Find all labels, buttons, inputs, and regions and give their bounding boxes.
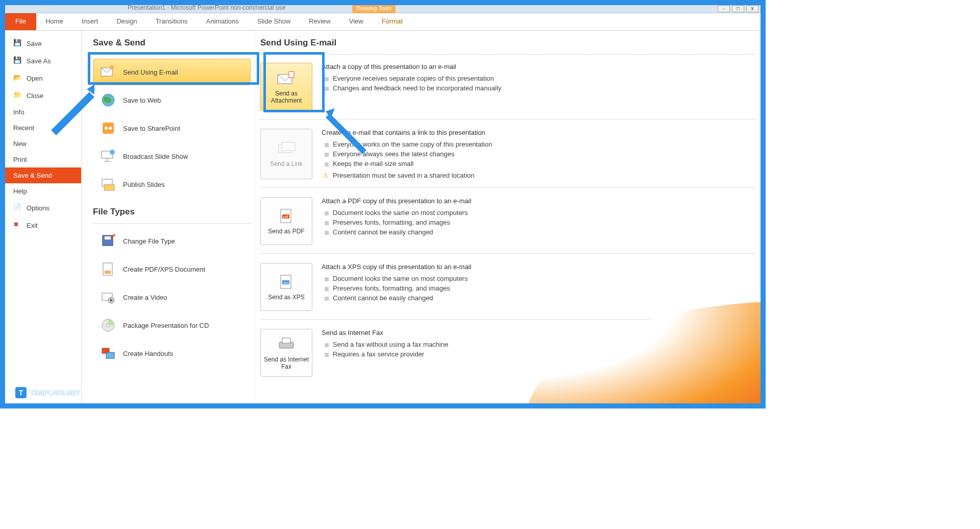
svg-rect-13: [105, 236, 111, 239]
svg-marker-37: [51, 92, 94, 135]
option-package-cd[interactable]: Package Presentation for CD: [93, 312, 251, 339]
option-save-sharepoint[interactable]: Save to SharePoint: [93, 115, 251, 141]
minimize-button[interactable]: -: [718, 5, 730, 12]
option-label: Publish Slides: [123, 181, 165, 188]
svg-rect-25: [289, 71, 294, 78]
nav-new[interactable]: New: [5, 136, 81, 152]
floppy-icon: 💾: [13, 39, 22, 48]
desc-bullet: Requires a fax service provider: [322, 349, 755, 359]
svg-rect-3: [103, 123, 114, 134]
desc-bullet: Everyone receives separate copies of thi…: [322, 74, 755, 83]
desc-headline: Send as Internet Fax: [322, 329, 755, 336]
folder-icon: 📁: [13, 91, 22, 100]
option-label: Create a Video: [123, 294, 167, 301]
tab-design[interactable]: Design: [107, 13, 146, 30]
option-label: Save to SharePoint: [123, 125, 180, 132]
maximize-button[interactable]: □: [732, 5, 744, 12]
file-types-heading: File Types: [93, 207, 251, 217]
logo-text: TEMPLATE.NET: [30, 389, 80, 397]
xps-description: Attach a XPS copy of this presentation t…: [322, 263, 755, 311]
divider: [93, 223, 251, 224]
template-net-logo: T TEMPLATE.NET: [15, 387, 80, 398]
svg-text:pdf: pdf: [283, 215, 288, 219]
button-label: Send as PDF: [268, 228, 304, 235]
nav-save-send[interactable]: Save & Send: [5, 167, 81, 183]
svg-marker-39: [326, 113, 366, 154]
send-email-right-column: Send Using E-mail Send as Attachment Att…: [255, 31, 761, 403]
close-window-button[interactable]: x: [746, 5, 758, 12]
button-label: Send a Link: [270, 160, 302, 167]
tab-transitions[interactable]: Transitions: [146, 13, 197, 30]
desc-bullet: Document looks the same on most computer…: [322, 274, 755, 283]
floppy-pencil-icon: [100, 233, 117, 249]
title-bar: Presentation1 - Microsoft PowerPoint non…: [5, 5, 761, 13]
divider: [93, 54, 251, 55]
nav-save-as[interactable]: 💾Save As: [5, 52, 81, 69]
option-create-pdf-xps[interactable]: Create PDF/XPS Document: [93, 256, 251, 282]
warning-text: Presentation must be saved in a shared l…: [322, 172, 755, 179]
backstage-view: 💾Save 💾Save As 📂Open 📁Close Info Recent …: [5, 31, 761, 403]
option-label: Package Presentation for CD: [123, 322, 209, 329]
tab-animations[interactable]: Animations: [197, 13, 248, 30]
svg-rect-35: [282, 338, 290, 343]
svg-rect-23: [106, 352, 114, 358]
annotation-arrow-right: [321, 106, 372, 157]
pdf-icon: pdf: [276, 207, 297, 225]
nav-print[interactable]: Print: [5, 152, 81, 167]
option-send-using-email[interactable]: Send Using E-mail: [93, 59, 251, 85]
logo-badge: T: [15, 387, 27, 398]
annotation-arrow-left: [46, 84, 97, 135]
svg-point-4: [105, 127, 108, 130]
desc-bullet: Changes and feedback need to be incorpor…: [322, 83, 755, 93]
option-label: Create PDF/XPS Document: [123, 266, 205, 273]
desc-bullet: Keeps the e-mail size small: [322, 159, 755, 169]
tab-review[interactable]: Review: [300, 13, 340, 30]
desc-bullet: Content cannot be easily changed: [322, 293, 755, 303]
app-frame: Presentation1 - Microsoft PowerPoint non…: [0, 0, 766, 408]
save-send-heading: Save & Send: [93, 38, 251, 48]
ribbon-tabs: File Home Insert Design Transitions Anim…: [5, 13, 761, 31]
tab-file[interactable]: File: [5, 13, 36, 30]
tab-insert[interactable]: Insert: [72, 13, 108, 30]
floppy-icon: 💾: [13, 56, 22, 65]
option-publish-slides[interactable]: Publish Slides: [93, 171, 251, 198]
block-send-pdf: pdf Send as PDF Attach a PDF copy of thi…: [260, 193, 755, 254]
send-as-attachment-button[interactable]: Send as Attachment: [260, 63, 312, 111]
drawing-tools-contextual-tab: Drawing Tools: [352, 4, 396, 13]
send-as-internet-fax-button[interactable]: Send as Internet Fax: [260, 329, 312, 377]
desc-headline: Attach a PDF copy of this presentation t…: [322, 197, 755, 205]
option-label: Broadcast Slide Show: [123, 153, 188, 160]
send-a-link-button[interactable]: Send a Link: [260, 129, 312, 179]
svg-point-1: [110, 65, 114, 69]
cd-icon: [100, 318, 117, 333]
option-label: Save to Web: [123, 97, 161, 104]
xps-icon: xps: [276, 273, 297, 291]
option-change-file-type[interactable]: Change File Type: [93, 228, 251, 254]
pdf-description: Attach a PDF copy of this presentation t…: [322, 197, 755, 245]
send-as-pdf-button[interactable]: pdf Send as PDF: [260, 197, 312, 245]
nav-exit[interactable]: ✖Exit: [5, 217, 81, 234]
option-create-handouts[interactable]: Create Handouts: [93, 340, 251, 367]
send-using-email-heading: Send Using E-mail: [260, 38, 755, 48]
tab-slideshow[interactable]: Slide Show: [248, 13, 300, 30]
nav-help[interactable]: Help: [5, 183, 81, 199]
window-title: Presentation1 - Microsoft PowerPoint non…: [128, 4, 285, 11]
tab-view[interactable]: View: [340, 13, 373, 30]
fax-description: Send as Internet Fax Send a fax without …: [322, 329, 755, 377]
option-broadcast-slideshow[interactable]: Broadcast Slide Show: [93, 143, 251, 170]
nav-save[interactable]: 💾Save: [5, 35, 81, 52]
option-create-video[interactable]: Create a Video: [93, 284, 251, 310]
globe-icon: [100, 92, 117, 108]
desc-bullet: Preserves fonts, formatting, and images: [322, 218, 755, 227]
tab-home[interactable]: Home: [36, 13, 72, 30]
option-label: Send Using E-mail: [123, 68, 178, 76]
option-save-to-web[interactable]: Save to Web: [93, 87, 251, 113]
svg-rect-27: [282, 142, 295, 151]
desc-headline: Attach a XPS copy of this presentation t…: [322, 263, 755, 271]
send-as-xps-button[interactable]: xps Send as XPS: [260, 263, 312, 311]
options-icon: 📄: [13, 203, 22, 212]
nav-options[interactable]: 📄Options: [5, 199, 81, 217]
svg-point-5: [109, 127, 112, 130]
tab-format[interactable]: Format: [373, 13, 412, 30]
button-label: Send as Internet Fax: [263, 356, 310, 371]
